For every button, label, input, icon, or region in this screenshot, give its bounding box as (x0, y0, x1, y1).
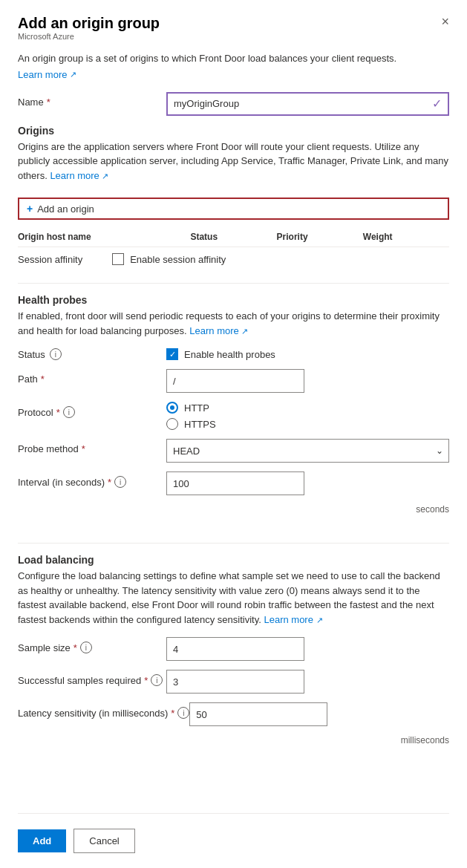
origins-section: Origins Origins are the application serv… (18, 125, 449, 186)
health-status-label-group: Status i (18, 348, 166, 360)
session-affinity-checkbox[interactable] (112, 253, 124, 265)
successful-samples-required: * (144, 675, 148, 686)
col-status: Status (190, 232, 276, 242)
protocol-label: Protocol * i (18, 402, 166, 418)
protocol-info-icon[interactable]: i (63, 406, 75, 418)
health-probes-learn-more-link[interactable]: Learn more (189, 325, 238, 336)
origins-title: Origins (18, 125, 449, 137)
probe-method-container: HEAD GET ⌄ (166, 439, 449, 463)
panel-header: Add an origin group Microsoft Azure × (18, 15, 449, 50)
name-label: Name * (18, 92, 166, 108)
latency-row: Latency sensitivity (in milliseconds) * … (18, 702, 449, 726)
load-balancing-description: Configure the load balancing settings to… (18, 569, 449, 627)
session-affinity-check-group: Enable session affinity (82, 253, 449, 265)
latency-label: Latency sensitivity (in milliseconds) * … (18, 702, 189, 719)
name-input-container: myOriginGroup ✓ (166, 92, 449, 116)
plus-icon: + (27, 203, 33, 215)
col-priority: Priority (277, 232, 363, 242)
panel-subtitle: Microsoft Azure (18, 32, 160, 41)
interval-label: Interval (in seconds) * i (18, 471, 166, 488)
protocol-required-star: * (56, 407, 60, 418)
path-required-star: * (41, 373, 45, 385)
external-link-icon: ↗ (70, 70, 76, 79)
footer: Add Cancel (18, 813, 449, 853)
health-status-checkbox-container[interactable]: ✓ Enable health probes (166, 348, 275, 360)
sample-size-required: * (74, 642, 77, 653)
panel-title: Add an origin group (18, 15, 160, 32)
interval-row: Interval (in seconds) * i (18, 471, 449, 495)
latency-required: * (171, 708, 174, 719)
health-status-right: ✓ Enable health probes (166, 348, 449, 360)
protocol-http-option[interactable]: HTTP (166, 402, 449, 414)
add-origin-label: Add an origin (37, 203, 94, 215)
health-status-checkbox[interactable]: ✓ (166, 348, 178, 360)
learn-more-link[interactable]: Learn more (18, 69, 67, 80)
origins-description: Origins are the application servers wher… (18, 140, 449, 183)
seconds-label: seconds (18, 504, 449, 515)
health-status-info-icon[interactable]: i (50, 348, 62, 360)
successful-samples-label: Successful samples required * i (18, 670, 166, 686)
sample-size-label: Sample size * i (18, 637, 166, 653)
protocol-field-row: Protocol * i HTTP HTTPS (18, 402, 449, 430)
health-probes-section: Health probes If enabled, front door wil… (18, 294, 449, 525)
sample-size-input[interactable] (166, 637, 304, 661)
col-weight: Weight (363, 232, 449, 242)
health-probes-external-icon: ↗ (241, 327, 248, 336)
health-status-checkbox-label: Enable health probes (184, 349, 275, 360)
interval-input[interactable] (166, 471, 304, 495)
probe-method-row: Probe method * HEAD GET ⌄ (18, 439, 449, 463)
interval-required: * (108, 477, 111, 488)
protocol-https-radio[interactable] (166, 418, 178, 430)
sample-size-row: Sample size * i (18, 637, 449, 661)
name-value: myOriginGroup (174, 98, 432, 109)
path-input[interactable] (166, 369, 304, 393)
name-required-star: * (47, 97, 50, 108)
protocol-https-option[interactable]: HTTPS (166, 418, 449, 430)
divider-1 (18, 283, 449, 284)
interval-info-icon[interactable]: i (114, 476, 126, 488)
origins-external-icon: ↗ (102, 172, 108, 180)
origins-learn-more-link[interactable]: Learn more (50, 170, 99, 181)
add-button[interactable]: Add (18, 829, 66, 852)
probe-method-label: Probe method * (18, 439, 166, 454)
probe-method-select[interactable]: HEAD GET (166, 439, 449, 463)
health-status-label: Status (18, 349, 45, 360)
latency-info-icon[interactable]: i (177, 707, 189, 719)
sample-size-info-icon[interactable]: i (80, 642, 92, 653)
protocol-https-label: HTTPS (184, 419, 216, 430)
learn-more-block: Learn more ↗ (18, 69, 449, 80)
path-field-row: Path * (18, 369, 449, 393)
close-button[interactable]: × (441, 15, 449, 28)
health-status-row: Status i ✓ Enable health probes (18, 348, 449, 360)
session-affinity-label: Session affinity (18, 254, 82, 265)
intro-text: An origin group is a set of origins to w… (18, 53, 396, 64)
successful-samples-info-icon[interactable]: i (151, 674, 163, 686)
health-probes-title: Health probes (18, 294, 449, 306)
table-header: Origin host name Status Priority Weight (18, 227, 449, 247)
session-affinity-row: Session affinity Enable session affinity (18, 253, 449, 265)
load-balancing-title: Load balancing (18, 554, 449, 566)
session-affinity-checkbox-label: Enable session affinity (130, 254, 226, 265)
protocol-options: HTTP HTTPS (166, 402, 449, 430)
add-origin-button[interactable]: + Add an origin (18, 198, 449, 220)
probe-method-required: * (82, 443, 85, 454)
latency-input[interactable] (189, 702, 327, 726)
successful-samples-input[interactable] (166, 670, 304, 694)
session-affinity-checkbox-container[interactable]: Enable session affinity (112, 253, 226, 265)
interval-input-container (166, 471, 449, 495)
path-label: Path * (18, 369, 166, 385)
health-probes-description: If enabled, front door will send periodi… (18, 309, 449, 338)
latency-input-container (189, 702, 449, 726)
path-input-container (166, 369, 449, 393)
cancel-button[interactable]: Cancel (74, 829, 134, 853)
col-origin-host-name: Origin host name (18, 232, 190, 242)
panel: Add an origin group Microsoft Azure × An… (0, 0, 467, 868)
protocol-options-container: HTTP HTTPS (166, 402, 449, 430)
name-field-row: Name * myOriginGroup ✓ (18, 92, 449, 116)
load-balancing-external-icon: ↗ (316, 616, 323, 624)
milliseconds-label: milliseconds (18, 735, 449, 745)
intro-description: An origin group is a set of origins to w… (18, 51, 449, 66)
name-check-icon: ✓ (432, 97, 442, 111)
protocol-http-radio[interactable] (166, 402, 178, 414)
load-balancing-learn-more-link[interactable]: Learn more (264, 614, 313, 625)
